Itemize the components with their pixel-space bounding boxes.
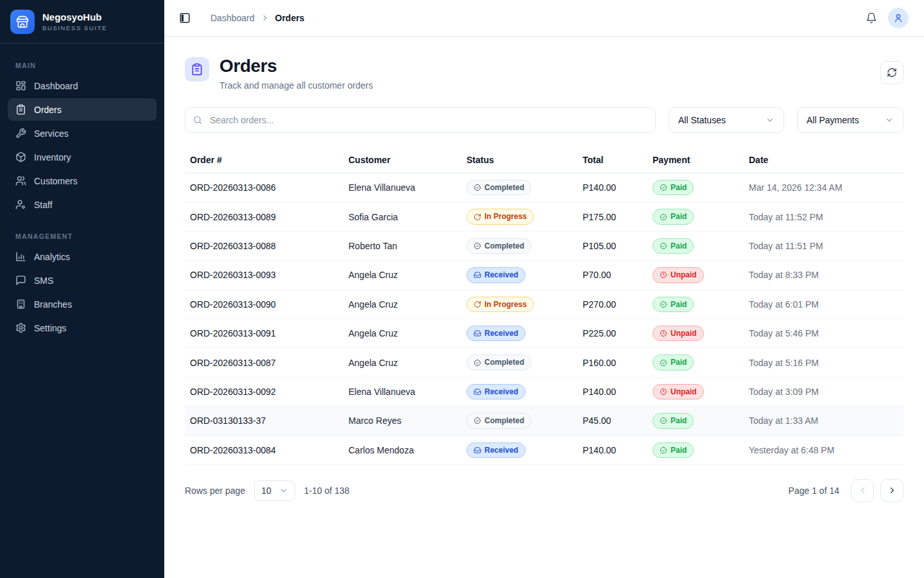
table-row[interactable]: ORD-20260313-0093Angela CruzReceivedP70.… [185,261,903,290]
check-circle-icon [660,446,667,454]
table-row[interactable]: ORD-20260313-0089Sofia GarciaIn Progress… [185,202,903,231]
sidebar-item-branches[interactable]: Branches [8,293,157,315]
orders-icon [15,104,26,115]
search-box [185,107,656,133]
sidebar-toggle-button[interactable] [175,8,195,28]
sidebar-item-dashboard[interactable]: Dashboard [8,74,157,97]
refresh-button[interactable] [880,61,903,84]
status-filter-select[interactable]: All Statuses [669,107,784,133]
status-cell: Completed [461,348,578,377]
orders-table: Order #CustomerStatusTotalPaymentDate OR… [185,150,903,465]
payment-cell: Paid [647,290,744,319]
settings-icon [15,322,26,333]
date-cell: Today at 8:33 PM [744,261,903,290]
notifications-button[interactable] [861,8,882,28]
order-number-cell: ORD-20260313-0091 [185,319,343,347]
status-badge: Completed [466,238,531,254]
orders-page: Orders Track and manage all customer ord… [164,37,924,502]
clock-icon [660,271,667,279]
topbar: Dashboard Orders [164,0,924,37]
payment-cell: Unpaid [647,261,744,290]
sidebar-item-sms[interactable]: SMS [8,269,157,292]
payment-badge: Paid [653,238,694,254]
check-circle-icon [474,242,481,250]
table-row[interactable]: ORD-20260313-0087Angela CruzCompletedP16… [185,348,903,377]
customer-cell: Sofia Garcia [343,202,461,231]
order-number-cell: ORD-20260313-0093 [185,261,343,290]
customer-cell: Marco Reyes [343,407,461,435]
rows-per-page-select[interactable]: 10 [254,480,295,501]
page-indicator: Page 1 of 14 [789,486,839,496]
sidebar-item-settings[interactable]: Settings [8,317,157,339]
status-badge: Received [466,442,526,458]
status-badge: Received [466,384,526,399]
status-cell: In Progress [461,290,578,319]
sidebar-item-analytics[interactable]: Analytics [8,245,157,268]
customer-cell: Angela Cruz [343,319,461,347]
rows-per-page-value: 10 [261,486,271,496]
order-number-cell: ORD-20260313-0084 [185,435,343,464]
total-cell: P140.00 [578,173,647,202]
total-cell: P270.00 [578,290,647,319]
status-badge: In Progress [466,209,534,224]
payment-cell: Paid [647,348,744,377]
payment-badge: Paid [653,209,694,224]
check-circle-icon [660,213,667,221]
sidebar-nav: MAINDashboardOrdersServicesInventoryCust… [0,44,164,352]
previous-page-button[interactable] [851,479,874,502]
status-cell: Received [461,435,578,464]
column-header: Total [578,150,647,173]
rotate-icon [474,301,481,308]
status-badge: Completed [466,355,531,370]
table-row[interactable]: ORD-20260313-0092Elena VillanuevaReceive… [185,377,903,406]
table-row[interactable]: ORD-03130133-37Marco ReyesCompletedP45.0… [185,407,903,435]
customer-cell: Elena Villanueva [343,377,461,406]
next-page-button[interactable] [880,479,903,502]
services-icon [15,128,26,139]
sidebar-item-label: Dashboard [34,81,78,91]
sidebar-item-label: Inventory [34,152,71,162]
payment-cell: Paid [647,407,744,435]
order-number-cell: ORD-20260313-0088 [185,231,343,260]
store-icon [16,15,29,28]
payment-badge: Unpaid [653,267,704,283]
clipboard-icon [191,63,203,76]
table-row[interactable]: ORD-20260313-0091Angela CruzReceivedP225… [185,319,903,347]
table-row[interactable]: ORD-20260313-0086Elena VillanuevaComplet… [185,173,903,202]
status-cell: Completed [461,407,578,435]
payment-badge: Paid [653,442,694,458]
status-badge: Received [466,267,526,283]
status-cell: In Progress [461,202,578,231]
orders-table-body: ORD-20260313-0086Elena VillanuevaComplet… [185,173,903,465]
table-row[interactable]: ORD-20260313-0084Carlos MendozaReceivedP… [185,435,903,464]
sidebar-item-orders[interactable]: Orders [8,98,157,121]
breadcrumb-dashboard-link[interactable]: Dashboard [210,13,255,23]
breadcrumb-current: Orders [275,13,305,23]
sidebar-item-staff[interactable]: Staff [8,193,157,216]
date-cell: Today at 5:16 PM [744,348,903,377]
sms-icon [15,275,26,286]
pagination-range: 1-10 of 138 [304,486,350,496]
search-input[interactable] [185,107,656,133]
sidebar-item-label: Staff [34,200,53,210]
table-row[interactable]: ORD-20260313-0088Roberto TanCompletedP10… [185,231,903,260]
date-cell: Today at 11:51 PM [744,231,903,260]
table-header-row: Order #CustomerStatusTotalPaymentDate [185,150,903,173]
sidebar-item-inventory[interactable]: Inventory [8,146,157,168]
column-header: Status [461,150,578,173]
date-cell: Mar 14, 2026 12:34 AM [744,173,903,202]
status-badge: In Progress [466,297,534,312]
chevron-right-icon [887,486,897,495]
table-row[interactable]: ORD-20260313-0090Angela CruzIn ProgressP… [185,290,903,319]
payment-filter-select[interactable]: All Payments [797,107,903,133]
nav-section-label: MAIN [15,62,149,69]
inbox-icon [474,329,481,337]
customer-cell: Elena Villanueva [343,173,461,202]
sidebar-item-services[interactable]: Services [8,122,157,144]
user-avatar[interactable] [888,8,909,28]
chevron-down-icon [279,486,288,495]
payment-cell: Unpaid [647,377,744,406]
sidebar-item-label: Branches [34,299,72,310]
page-icon-box [185,57,209,82]
sidebar-item-customers[interactable]: Customers [8,170,157,192]
